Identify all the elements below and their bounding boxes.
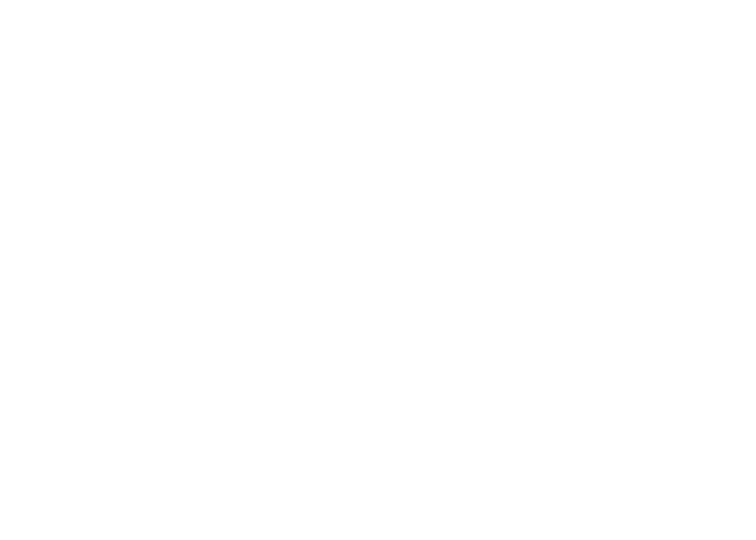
boxplot-svg	[0, 0, 54, 27]
chart-container	[0, 0, 756, 540]
